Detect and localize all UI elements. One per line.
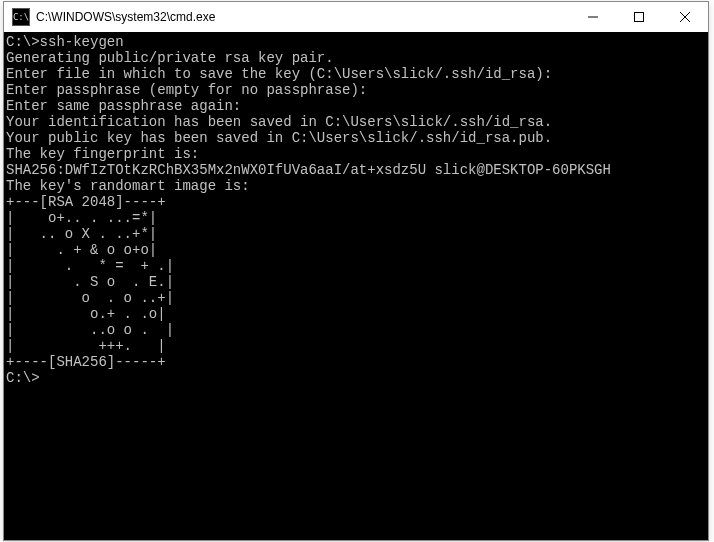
terminal-line: C:\>ssh-keygen xyxy=(6,34,706,50)
minimize-button[interactable] xyxy=(570,2,616,32)
terminal-line: Enter file in which to save the key (C:\… xyxy=(6,66,706,82)
titlebar[interactable]: C:\ C:\WINDOWS\system32\cmd.exe xyxy=(4,2,708,32)
terminal-output[interactable]: C:\>ssh-keygenGenerating public/private … xyxy=(4,32,708,540)
cmd-icon: C:\ xyxy=(12,8,30,26)
svg-rect-1 xyxy=(635,13,644,22)
minimize-icon xyxy=(588,12,598,22)
terminal-line: | o+.. . ...=*| xyxy=(6,210,706,226)
terminal-line: C:\> xyxy=(6,370,706,386)
terminal-line: Your identification has been saved in C:… xyxy=(6,114,706,130)
maximize-icon xyxy=(634,12,644,22)
terminal-line: +---[RSA 2048]----+ xyxy=(6,194,706,210)
terminal-line: +----[SHA256]-----+ xyxy=(6,354,706,370)
terminal-line: Your public key has been saved in C:\Use… xyxy=(6,130,706,146)
close-icon xyxy=(680,12,690,22)
terminal-line: | ..o o . | xyxy=(6,322,706,338)
terminal-line: | o . o ..+| xyxy=(6,290,706,306)
terminal-line: SHA256:DWfIzTOtKzRChBX35Mx2nWX0IfUVa6aaI… xyxy=(6,162,706,178)
terminal-line: | o.+ . .o| xyxy=(6,306,706,322)
terminal-line: The key's randomart image is: xyxy=(6,178,706,194)
terminal-line: | . S o . E.| xyxy=(6,274,706,290)
window-controls xyxy=(570,2,708,32)
close-button[interactable] xyxy=(662,2,708,32)
terminal-line: Enter passphrase (empty for no passphras… xyxy=(6,82,706,98)
terminal-line: | . + & o o+o| xyxy=(6,242,706,258)
terminal-line: Enter same passphrase again: xyxy=(6,98,706,114)
window-title: C:\WINDOWS\system32\cmd.exe xyxy=(36,10,570,24)
maximize-button[interactable] xyxy=(616,2,662,32)
terminal-line: The key fingerprint is: xyxy=(6,146,706,162)
terminal-line: | . * = + .| xyxy=(6,258,706,274)
cmd-window: C:\ C:\WINDOWS\system32\cmd.exe C:\>ssh-… xyxy=(3,1,709,541)
terminal-line: | +++. | xyxy=(6,338,706,354)
terminal-line: | .. o X . ..+*| xyxy=(6,226,706,242)
terminal-line: Generating public/private rsa key pair. xyxy=(6,50,706,66)
